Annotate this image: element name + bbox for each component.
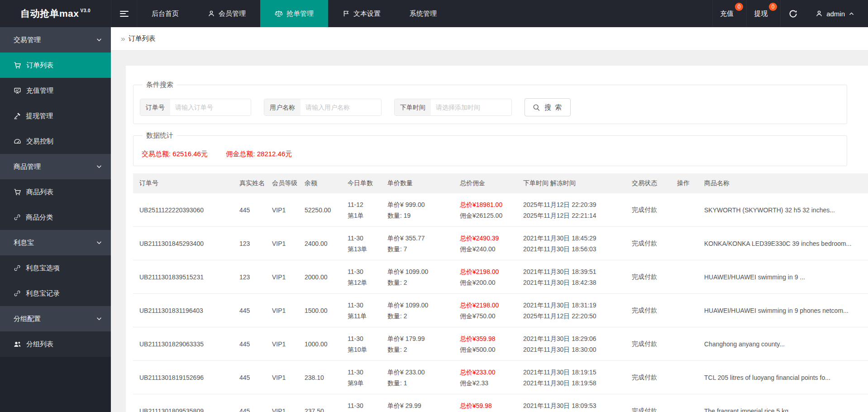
- orders-table: 订单号真实姓名会员等级余额今日单数单价数量总价佣金下单时间 解冻时间交易状态操作…: [133, 173, 868, 412]
- user-menu[interactable]: admin: [806, 0, 864, 27]
- sidebar-item-11[interactable]: 分组配置: [0, 306, 111, 331]
- cell-product-name: Changhong anyang county...: [704, 340, 868, 348]
- user-icon: [208, 10, 215, 17]
- sidebar-item-10[interactable]: 利息宝记录: [0, 281, 111, 306]
- link-icon: [14, 214, 21, 221]
- cell-balance: 238.10: [305, 374, 348, 381]
- search-field-label: 用户名称: [264, 99, 300, 115]
- cell-product-name: The fragrant imperial rice 5 kg...: [704, 407, 868, 412]
- cell-times: 2025年11月12日 22:20:392025年11月12日 22:21:14: [523, 199, 632, 221]
- sidebar-item-6[interactable]: 商品列表: [0, 179, 111, 205]
- cell-order-no: UB2511122220393060: [133, 206, 239, 214]
- app-title: 自动抢单max: [20, 7, 79, 20]
- nav-chip-label: 提现: [754, 10, 768, 18]
- cell-total-commission: 总价¥2198.00佣金¥750.00: [460, 300, 523, 321]
- cell-price-qty: 单价¥ 179.99数量: 2: [387, 333, 460, 355]
- search-field-label: 订单号: [140, 99, 170, 115]
- scale-icon: [275, 10, 283, 18]
- chevron-down-icon: [96, 316, 102, 322]
- search-input-1[interactable]: [300, 99, 381, 115]
- sidebar-item-9[interactable]: 利息宝选项: [0, 255, 111, 281]
- cell-member-level: VIP1: [272, 340, 305, 348]
- column-header-6: 总价佣金: [460, 179, 523, 187]
- cell-times: 2021年11月30日 18:09:532021年11月30日 18:10:36: [523, 400, 632, 412]
- cell-member-level: VIP1: [272, 374, 305, 381]
- username: admin: [826, 10, 845, 18]
- nav-item-4[interactable]: 系统管理: [395, 0, 451, 27]
- sidebar-item-8[interactable]: 利息宝: [0, 230, 111, 255]
- cell-price-qty: 单价¥ 355.77数量: 7: [387, 233, 460, 254]
- cell-order-no: UB2111301819152696: [133, 374, 239, 381]
- cell-today-orders: 11-30第9单: [348, 367, 387, 388]
- table-header: 订单号真实姓名会员等级余额今日单数单价数量总价佣金下单时间 解冻时间交易状态操作…: [133, 173, 868, 193]
- search-input-0[interactable]: [170, 99, 251, 115]
- sidebar-item-4[interactable]: 交易控制: [0, 129, 111, 154]
- cell-real-name: 123: [239, 240, 272, 247]
- refresh-button[interactable]: [780, 0, 806, 27]
- cell-balance: 1000.00: [305, 340, 348, 348]
- nav-item-0[interactable]: 后台首页: [137, 0, 193, 27]
- cell-total-commission: 总价¥2490.39佣金¥240.00: [460, 233, 523, 254]
- cell-today-orders: 11-30第10单: [348, 333, 387, 355]
- recharge-button[interactable]: 充值0: [712, 0, 746, 27]
- search-input-2[interactable]: [431, 99, 511, 115]
- cell-total-commission: 总价¥2198.00佣金¥200.00: [460, 266, 523, 288]
- gavel-icon: [14, 112, 21, 120]
- cell-price-qty: 单价¥ 1099.00数量: 2: [387, 266, 460, 288]
- sidebar-item-label: 分组配置: [14, 315, 41, 323]
- cell-price-qty: 单价¥ 1099.00数量: 2: [387, 300, 460, 321]
- cell-real-name: 445: [239, 374, 272, 381]
- column-header-7: 下单时间 解冻时间: [523, 179, 632, 187]
- cell-status: 完成付款: [632, 307, 677, 315]
- column-header-8: 交易状态: [632, 179, 677, 187]
- cell-product-name: TCL 205 litres of luoyang financial poin…: [704, 374, 868, 381]
- nav-chip-label: 充值: [720, 10, 734, 18]
- count-badge: 0: [769, 3, 777, 11]
- sidebar-item-1[interactable]: 订单列表: [0, 53, 111, 78]
- sidebar-item-3[interactable]: 提现管理: [0, 103, 111, 129]
- nav-item-label: 后台首页: [152, 10, 179, 18]
- page-title: 订单列表: [128, 34, 155, 43]
- cell-product-name: HUAWEI/HUAWEI swimming in 9 phones netco…: [704, 307, 868, 314]
- sidebar-item-5[interactable]: 商品管理: [0, 154, 111, 179]
- cell-real-name: 123: [239, 273, 272, 281]
- nav-item-1[interactable]: 会员管理: [193, 0, 260, 27]
- search-field-group-1: 用户名称: [264, 99, 382, 116]
- flag-icon: [343, 10, 350, 17]
- cell-real-name: 445: [239, 307, 272, 314]
- cell-order-no: UB2111301831196403: [133, 307, 239, 314]
- search-field-group-2: 下单时间: [394, 99, 512, 116]
- app-root: 自动抢单maxV3.0 后台首页会员管理抢单管理文本设置系统管理 充值0提现0a…: [0, 0, 868, 412]
- sidebar-item-label: 提现管理: [26, 112, 53, 120]
- sidebar-item-label: 利息宝记录: [26, 289, 60, 298]
- cart-icon: [14, 188, 21, 196]
- withdraw-button[interactable]: 提现0: [746, 0, 780, 27]
- sidebar: 交易管理订单列表充值管理提现管理交易控制商品管理商品列表商品分类利息宝利息宝选项…: [0, 27, 111, 412]
- search-button[interactable]: 搜 索: [525, 98, 571, 116]
- table-row: UB2511122220393060445VIP152250.0011-12第1…: [133, 193, 868, 227]
- search-field-group-0: 订单号: [140, 99, 251, 116]
- hamburger-icon: [120, 11, 129, 17]
- column-header-1: 真实姓名: [239, 179, 272, 187]
- cell-member-level: VIP1: [272, 407, 305, 412]
- cell-balance: 1500.00: [305, 307, 348, 314]
- cell-status: 完成付款: [632, 374, 677, 382]
- nav-item-3[interactable]: 文本设置: [328, 0, 395, 27]
- sidebar-item-2[interactable]: 充值管理: [0, 78, 111, 103]
- sidebar-item-7[interactable]: 商品分类: [0, 205, 111, 230]
- cell-times: 2021年11月30日 18:19:152021年11月30日 18:19:58: [523, 367, 632, 388]
- menu-toggle-button[interactable]: [111, 0, 137, 27]
- cell-product-name: HUAWEI/HUAWEI swimming in 9 ...: [704, 273, 868, 281]
- cell-total-commission: 总价¥233.00佣金¥2.33: [460, 367, 523, 388]
- nav-item-2[interactable]: 抢单管理: [260, 0, 328, 27]
- nav-item-label: 系统管理: [410, 10, 437, 18]
- sidebar-item-label: 交易管理: [14, 36, 41, 44]
- cell-today-orders: 11-30第8单: [348, 400, 387, 412]
- navbar-right: 充值0提现0admin: [712, 0, 868, 27]
- app-version: V3.0: [80, 8, 91, 13]
- sidebar-item-0[interactable]: 交易管理: [0, 27, 111, 53]
- sidebar-item-label: 交易控制: [26, 137, 53, 146]
- table-row: UB2111301819152696445VIP1238.1011-30第9单单…: [133, 361, 868, 394]
- chevron-down-icon: [96, 37, 102, 43]
- sidebar-item-12[interactable]: 分组列表: [0, 331, 111, 357]
